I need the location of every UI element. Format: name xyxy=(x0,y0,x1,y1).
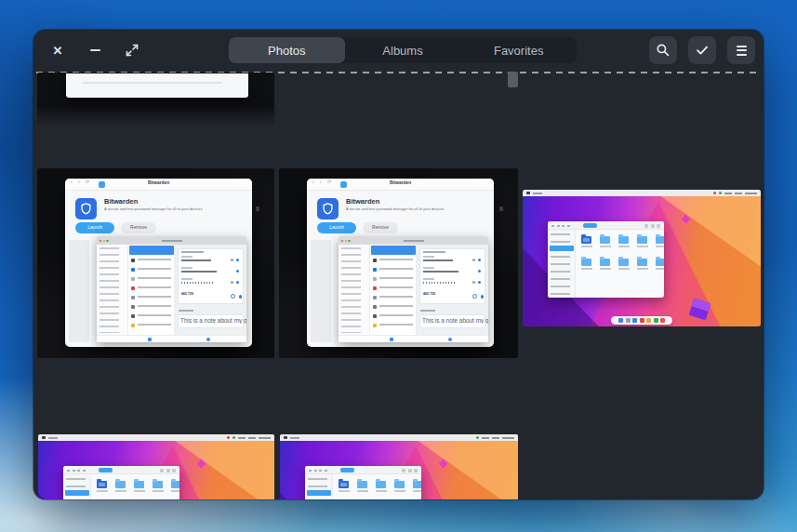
main-menu-icon xyxy=(737,46,747,56)
select-button[interactable] xyxy=(688,36,716,64)
store-window-title: Bitwarden xyxy=(102,180,215,185)
select-check-icon xyxy=(695,43,710,58)
fm-selected-place xyxy=(550,246,574,251)
notes-label-blur xyxy=(179,310,193,312)
app-name: Bitwarden xyxy=(104,197,138,206)
add-icon xyxy=(390,338,393,341)
app-titlebar xyxy=(339,236,488,245)
fm-new-button xyxy=(583,223,597,228)
totp-code: 465 729 xyxy=(423,292,435,296)
main-menu-button[interactable] xyxy=(727,36,755,64)
notes-label-blur xyxy=(420,310,435,312)
app-tagline: A secure and free password manager for a… xyxy=(346,206,444,211)
launch-button: Launch xyxy=(317,222,356,233)
app-title-blur xyxy=(162,240,182,242)
thumbnail-desktop-2-partial[interactable] xyxy=(38,434,274,499)
expand-button[interactable] xyxy=(124,42,140,59)
shield-icon xyxy=(79,202,93,216)
expand-icon xyxy=(125,43,139,58)
bitwarden-logo xyxy=(75,198,97,219)
store-nav-icons: ‹ › ⟳ xyxy=(71,180,92,185)
thumbnail-bitwarden-1[interactable]: ‹ › ⟳ Bitwarden Bitwarden A secure and f… xyxy=(37,168,274,358)
app-titlebar xyxy=(97,236,246,245)
note-box: This is a note about my gmail account xyxy=(178,314,244,328)
login-list xyxy=(370,245,417,335)
search-icon xyxy=(656,43,671,58)
window-controls: ✕ xyxy=(33,42,140,59)
app-title-blur xyxy=(404,240,424,242)
thumbnail-partial-top[interactable] xyxy=(37,73,274,126)
bitwarden-logo xyxy=(317,198,339,219)
close-icon: ✕ xyxy=(53,45,63,57)
app-bottom-bar xyxy=(339,335,488,342)
edit-icon xyxy=(206,338,210,341)
edit-icon xyxy=(448,338,452,341)
scroll-handle[interactable] xyxy=(508,72,518,87)
app-sidebar xyxy=(339,245,370,335)
remove-button: Remove xyxy=(363,222,398,233)
desktop-screenshot xyxy=(38,434,274,499)
desktop-screenshot xyxy=(523,190,761,326)
header-bar: ✕ Photos Albums Favorites xyxy=(33,30,764,71)
header-actions xyxy=(649,36,755,64)
site-favicons xyxy=(131,259,135,327)
thumbnail-bitwarden-2[interactable]: ‹ › ⟳ Bitwarden Bitwarden A secure and f… xyxy=(279,168,518,358)
note-box: This is a note about my gmail account xyxy=(419,314,485,328)
photos-app-window: ✕ Photos Albums Favorites xyxy=(33,30,764,499)
mini-file-manager xyxy=(305,466,421,499)
search-button[interactable] xyxy=(649,36,677,64)
desktop-screenshot xyxy=(280,434,518,499)
item-detail-pane: 465 729 This is a note about my gmail ac… xyxy=(417,245,488,335)
copy-icon xyxy=(481,295,485,299)
thumbnail-desktop-1[interactable] xyxy=(523,190,761,326)
minimize-icon xyxy=(90,49,100,51)
app-bottom-bar xyxy=(97,335,246,342)
app-tagline: A secure and free password manager for a… xyxy=(104,206,202,211)
selected-login-row xyxy=(371,246,416,255)
store-window-title: Bitwarden xyxy=(344,180,457,185)
selected-login-row xyxy=(129,246,174,255)
tab-favorites[interactable]: Favorites xyxy=(460,37,577,63)
mini-dock xyxy=(611,316,672,325)
app-sidebar xyxy=(97,245,128,335)
view-switcher: Photos Albums Favorites xyxy=(229,37,577,63)
mini-menubar xyxy=(523,190,761,196)
carousel-edge xyxy=(311,240,331,342)
close-button[interactable]: ✕ xyxy=(49,42,66,59)
store-titlebar: ‹ › ⟳ Bitwarden xyxy=(307,179,494,191)
mini-menubar xyxy=(280,434,518,441)
launch-button: Launch xyxy=(75,222,114,233)
mini-file-manager xyxy=(63,466,179,499)
item-information-card: 465 729 xyxy=(419,248,485,304)
store-window: ‹ › ⟳ Bitwarden Bitwarden A secure and f… xyxy=(65,179,252,347)
store-titlebar: ‹ › ⟳ Bitwarden xyxy=(65,179,252,191)
site-favicons xyxy=(373,259,377,327)
tab-photos[interactable]: Photos xyxy=(229,37,345,63)
totp-timer-icon xyxy=(231,294,235,299)
app-name: Bitwarden xyxy=(346,197,379,206)
store-window: ‹ › ⟳ Bitwarden Bitwarden A secure and f… xyxy=(307,179,494,347)
item-information-card: 465 729 xyxy=(178,248,244,304)
add-icon xyxy=(148,338,152,341)
carousel-edge xyxy=(69,240,89,342)
traffic-light-dots xyxy=(341,240,351,242)
totp-timer-icon xyxy=(472,294,477,299)
mini-menubar xyxy=(38,434,274,441)
item-detail-pane: 465 729 This is a note about my gmail ac… xyxy=(175,245,246,335)
light-window-fragment xyxy=(66,73,248,98)
store-nav-icons: ‹ › ⟳ xyxy=(312,180,334,185)
traffic-light-dots xyxy=(100,240,109,242)
copy-icon xyxy=(239,295,243,299)
bitwarden-app-screenshot: 465 729 This is a note about my gmail ac… xyxy=(339,236,488,342)
desktop: { "header": { "window_controls": { "clos… xyxy=(0,0,797,532)
carousel-next-dot xyxy=(499,206,503,211)
thumbnail-desktop-3-partial[interactable] xyxy=(280,434,518,499)
carousel-next-dot xyxy=(256,206,259,211)
minimize-button[interactable] xyxy=(86,42,103,59)
shield-icon xyxy=(321,202,335,216)
remove-button: Remove xyxy=(121,222,156,233)
login-list xyxy=(128,245,175,335)
mini-file-manager xyxy=(548,221,664,298)
tab-albums[interactable]: Albums xyxy=(345,37,461,63)
totp-code: 465 729 xyxy=(181,292,193,296)
